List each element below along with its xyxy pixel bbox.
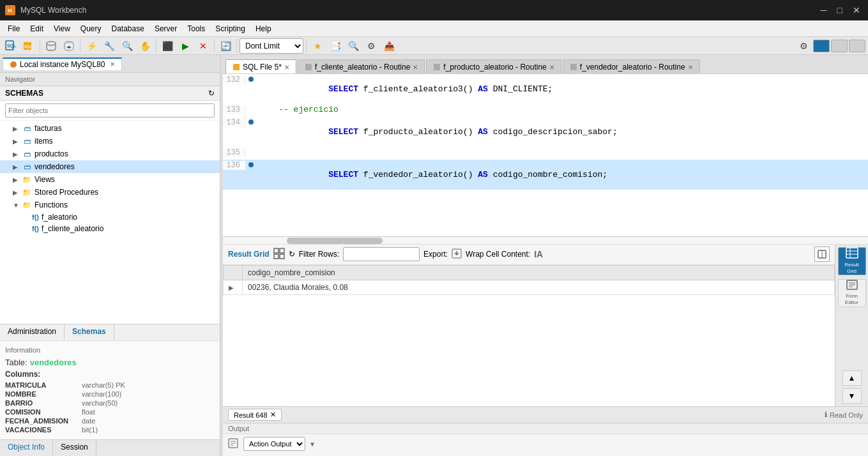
db-icon-2[interactable] [61, 38, 77, 54]
sql-tab-file5[interactable]: SQL File 5* ✕ [225, 59, 296, 73]
result-grid-button[interactable]: ResultGrid [838, 247, 866, 275]
close-button[interactable]: ✕ [850, 5, 863, 15]
continue-icon[interactable]: ▶ [177, 38, 194, 54]
maximize-button[interactable]: □ [835, 5, 845, 15]
col-row-comision: COMISION float [5, 407, 215, 416]
col-row-nombre: NOMBRE varchar(100) [5, 390, 215, 399]
bottom-tab-object-info[interactable]: Object Info [0, 440, 53, 456]
code-line-132: 132 SELECT f_cliente_aleatorio3() AS DNI… [223, 74, 868, 104]
svg-rect-16 [280, 248, 284, 253]
menu-file[interactable]: File [3, 23, 25, 34]
svg-rect-17 [274, 254, 278, 259]
result-grid-btn-label: ResultGrid [844, 262, 859, 274]
filter-rows-input[interactable] [343, 247, 420, 261]
form-editor-button[interactable]: FormEditor [838, 279, 866, 307]
read-only-label: Read Only [830, 411, 863, 419]
tree-item-stored-procedures[interactable]: ▶ 📁 Stored Procedures [0, 186, 220, 199]
menu-edit[interactable]: Edit [25, 23, 49, 34]
filter-rows-label: Filter Rows: [299, 250, 339, 259]
table-row[interactable]: ▶ 00236, Claudia Morales, 0.08 [224, 280, 835, 294]
col-row-vacaciones: VACACIONES bit(1) [5, 425, 215, 434]
new-sql-icon[interactable]: SQL [3, 38, 19, 54]
result-grid-label[interactable]: Result Grid [228, 250, 270, 259]
nav-tab-schemas[interactable]: Schemas [65, 324, 114, 340]
tree-item-facturas[interactable]: ▶ 🗃 facturas [0, 122, 220, 135]
db-icon-1[interactable] [43, 38, 59, 54]
sql-tab-close-0[interactable]: ✕ [284, 64, 289, 71]
svg-rect-11 [233, 64, 240, 70]
filter-objects-input[interactable] [5, 103, 215, 118]
sql-tab-f-cliente[interactable]: f_cliente_aleatorio - Routine ✕ [298, 59, 425, 73]
layout-btn-2[interactable] [831, 40, 848, 52]
toggle-icon[interactable]: 🔄 [217, 38, 234, 54]
result-toggle-panel[interactable] [814, 247, 830, 262]
code-line-136[interactable]: 136 SELECT f_vendedor_aleatorio() AS cod… [223, 160, 868, 190]
menu-query[interactable]: Query [75, 23, 107, 34]
result-tab-648[interactable]: Result 648 ✕ [228, 409, 282, 421]
svg-rect-18 [280, 254, 284, 259]
instance-tab-close[interactable]: ✕ [110, 61, 115, 68]
tree-item-f-cliente-aleatorio[interactable]: ▶ f() f_cliente_aleatorio [0, 223, 220, 234]
gear-icon[interactable]: ⚙ [795, 38, 812, 54]
sql-tab-close-1[interactable]: ✕ [413, 64, 418, 71]
tree-item-views[interactable]: ▶ 📁 Views [0, 173, 220, 186]
result-tab-close[interactable]: ✕ [270, 411, 276, 419]
favorite-icon[interactable]: ★ [309, 38, 326, 54]
bookmark-icon[interactable]: 📑 [327, 38, 344, 54]
stop-icon[interactable]: ⬛ [159, 38, 176, 54]
result-grid-container[interactable]: codigo_nombre_comision ▶ 00236, Claudia … [223, 265, 835, 407]
menu-tools[interactable]: Tools [182, 23, 210, 34]
run-icon[interactable]: ⚡ [83, 38, 100, 54]
refresh-result-icon[interactable]: ↻ [289, 250, 295, 259]
find-icon[interactable]: 🔍 [119, 38, 135, 54]
toggle-view-icon[interactable] [273, 248, 285, 261]
layout-btn-3[interactable] [849, 40, 865, 52]
instance-tab[interactable]: Local instance MySQL80 ✕ [3, 57, 122, 70]
row-value-cell: 00236, Claudia Morales, 0.08 [243, 280, 835, 294]
output-dropdown-arrow[interactable]: ▼ [309, 441, 316, 448]
menu-database[interactable]: Database [107, 23, 149, 34]
tree-item-productos[interactable]: ▶ 🗃 productos [0, 148, 220, 160]
toolbar-separator-5 [236, 39, 237, 53]
output-icon [228, 438, 238, 450]
export-icon[interactable] [452, 248, 462, 261]
info-icon: ℹ [825, 411, 827, 419]
scroll-down-button[interactable]: ▼ [842, 388, 862, 404]
editor-scrollbar[interactable] [223, 237, 868, 245]
columns-label: Columns: [5, 370, 215, 379]
menu-scripting[interactable]: Scripting [210, 23, 250, 34]
menu-view[interactable]: View [49, 23, 75, 34]
stop2-icon[interactable]: ✕ [195, 38, 211, 54]
menu-server[interactable]: Server [149, 23, 182, 34]
nav-tab-administration[interactable]: Administration [0, 324, 65, 340]
export2-icon[interactable]: 📤 [381, 38, 397, 54]
action-output-select[interactable]: Action Output [243, 437, 305, 451]
limit-select[interactable]: Dont Limit 10 rows 100 rows 1000 rows [240, 38, 303, 54]
minimize-button[interactable]: ─ [818, 5, 830, 15]
sql-tab-close-3[interactable]: ✕ [688, 64, 693, 71]
svg-text:M: M [8, 8, 12, 13]
hand-icon[interactable]: ✋ [137, 38, 153, 54]
open-sql-icon[interactable]: SQL [20, 38, 37, 54]
sql-tab-f-vendedor[interactable]: f_vendedor_aleatorio - Routine ✕ [563, 59, 700, 73]
code-line-134: 134 SELECT f_producto_aleatorio() AS cod… [223, 117, 868, 147]
scroll-up-button[interactable]: ▲ [842, 370, 862, 386]
inspect-icon[interactable]: 🔧 [101, 38, 118, 54]
menu-help[interactable]: Help [250, 23, 277, 34]
bottom-tab-session[interactable]: Session [53, 440, 96, 456]
sql-tab-close-2[interactable]: ✕ [549, 64, 554, 71]
info-header: Information [5, 346, 215, 354]
search2-icon[interactable]: 🔍 [345, 38, 362, 54]
wrap-cell-label: Wrap Cell Content: [466, 250, 530, 259]
settings-icon[interactable]: ⚙ [363, 38, 379, 54]
tree-item-f-aleatorio[interactable]: ▶ f() f_aleatorio [0, 211, 220, 223]
sql-tab-f-producto[interactable]: f_producto_aleatorio - Routine ✕ [426, 59, 561, 73]
tree-item-items[interactable]: ▶ 🗃 items [0, 135, 220, 148]
refresh-schemas-icon[interactable]: ↻ [208, 89, 215, 98]
tree-item-functions[interactable]: ▼ 📁 Functions [0, 199, 220, 211]
wrap-icon[interactable]: IA [534, 249, 543, 259]
tree-item-vendedores[interactable]: ▶ 🗃 vendedores [0, 160, 220, 173]
layout-btn-1[interactable] [813, 40, 830, 52]
svg-point-10 [10, 61, 17, 68]
toolbar-separator-1 [40, 39, 40, 53]
